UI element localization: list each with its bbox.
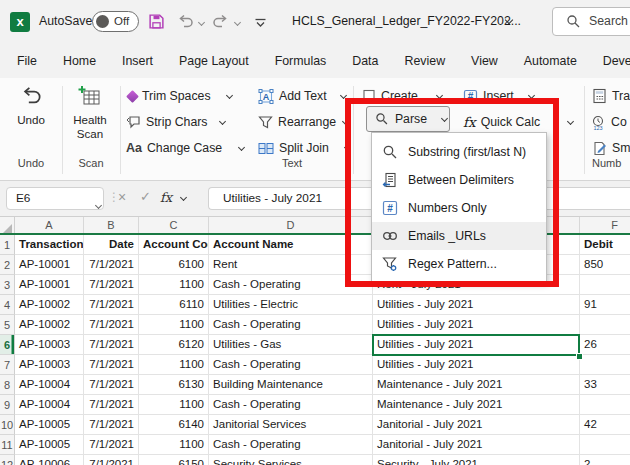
cell-C7[interactable]: 1100	[139, 355, 209, 375]
change-case-chevron-icon[interactable]	[238, 144, 246, 152]
cell-B5[interactable]: 7/1/2021	[84, 315, 139, 335]
cell-F9[interactable]	[580, 395, 630, 415]
tab-data[interactable]: Data	[339, 44, 391, 78]
undo-button[interactable]: Undo	[6, 84, 56, 127]
cell-B1[interactable]: Date	[84, 235, 139, 255]
row-header-6[interactable]: 6	[0, 335, 15, 355]
cell-B9[interactable]: 7/1/2021	[84, 395, 139, 415]
insert-chevron-icon[interactable]	[528, 92, 536, 100]
cell-A6[interactable]: AP-10003	[15, 335, 84, 355]
cell-F10[interactable]: 42	[580, 415, 630, 435]
autosave-toggle[interactable]: Off	[92, 11, 139, 32]
cell-F3[interactable]	[580, 275, 630, 295]
cell-E6[interactable]: Utilities - July 2021	[373, 335, 580, 355]
cell-C8[interactable]: 6130	[139, 375, 209, 395]
cell-A11[interactable]: AP-10005	[15, 435, 84, 455]
cell-C6[interactable]: 6120	[139, 335, 209, 355]
split-join-chevron-icon[interactable]	[344, 144, 352, 152]
cell-F12[interactable]: 2	[580, 455, 630, 465]
cell-B8[interactable]: 7/1/2021	[84, 375, 139, 395]
cell-C10[interactable]: 6140	[139, 415, 209, 435]
name-box-chevron-icon[interactable]	[95, 202, 103, 210]
tab-view[interactable]: View	[458, 44, 511, 78]
cell-D10[interactable]: Janitorial Services	[209, 415, 373, 435]
row-header-1[interactable]: 1	[0, 235, 15, 255]
smart-button[interactable]: Sm	[592, 137, 630, 159]
cell-E9[interactable]: Maintenance - July 2021	[373, 395, 580, 415]
trim-spaces-button[interactable]: Trim Spaces	[128, 85, 211, 107]
menu-item-between-delimiters[interactable]: Between Delimiters	[372, 166, 546, 194]
enter-icon[interactable]: ✓	[140, 189, 151, 204]
quick-calc-button[interactable]: fx Quick Calc	[463, 111, 540, 133]
redo-chevron-icon[interactable]	[234, 20, 241, 27]
cell-E4[interactable]: Utilities - July 2021	[373, 295, 580, 315]
cell-E5[interactable]: Utilities - July 2021	[373, 315, 580, 335]
cell-D5[interactable]: Cash - Operating	[209, 315, 373, 335]
health-scan-button[interactable]: Health Scan	[63, 84, 117, 141]
cell-E8[interactable]: Maintenance - July 2021	[373, 375, 580, 395]
row-header-8[interactable]: 8	[0, 375, 15, 395]
qat-overflow-icon[interactable]	[254, 15, 267, 33]
cell-C3[interactable]: 1100	[139, 275, 209, 295]
strip-chars-chevron-icon[interactable]	[219, 118, 227, 126]
save-icon[interactable]	[148, 13, 165, 34]
cell-A9[interactable]: AP-10004	[15, 395, 84, 415]
rearrange-chevron-icon[interactable]	[342, 118, 350, 126]
name-box[interactable]: E6	[6, 187, 104, 210]
cell-D11[interactable]: Cash - Operating	[209, 435, 373, 455]
convert-button[interactable]: 123 Co	[590, 111, 627, 133]
cell-A12[interactable]: AP-10006	[15, 455, 84, 465]
tab-automate[interactable]: Automate	[511, 44, 590, 78]
cell-F11[interactable]	[580, 435, 630, 455]
cell-A10[interactable]: AP-10005	[15, 415, 84, 435]
cell-C11[interactable]: 1100	[139, 435, 209, 455]
parse-chevron-icon[interactable]	[441, 115, 449, 123]
cell-C9[interactable]: 1100	[139, 395, 209, 415]
fill-handle[interactable]	[576, 353, 583, 360]
menu-item-substring[interactable]: Substring (first/last N)	[372, 138, 546, 166]
tab-home[interactable]: Home	[50, 44, 109, 78]
quick-calc-chevron-icon[interactable]	[567, 118, 575, 126]
cell-B4[interactable]: 7/1/2021	[84, 295, 139, 315]
row-header-3[interactable]: 3	[0, 275, 15, 295]
cell-C5[interactable]: 1100	[139, 315, 209, 335]
undo-chevron-icon[interactable]	[198, 20, 205, 27]
cell-E12[interactable]: Security - July 2021	[373, 455, 580, 465]
add-text-button[interactable]: A Add Text	[258, 85, 327, 107]
cell-E11[interactable]: Janitorial - July 2021	[373, 435, 580, 455]
cell-F7[interactable]	[580, 355, 630, 375]
row-header-11[interactable]: 11	[0, 435, 15, 455]
cell-D2[interactable]: Rent	[209, 255, 373, 275]
title-chevron-icon[interactable]	[505, 17, 514, 26]
rearrange-button[interactable]: Rearrange	[258, 111, 336, 133]
cell-B12[interactable]: 7/1/2021	[84, 455, 139, 465]
cell-C2[interactable]: 6100	[139, 255, 209, 275]
tab-file[interactable]: File	[4, 44, 50, 78]
cell-D7[interactable]: Cash - Operating	[209, 355, 373, 375]
cell-A8[interactable]: AP-10004	[15, 375, 84, 395]
cell-A5[interactable]: AP-10002	[15, 315, 84, 335]
change-case-button[interactable]: Aa Change Case	[126, 137, 222, 159]
undo-icon[interactable]	[177, 14, 194, 33]
menu-item-numbers-only[interactable]: # Numbers Only	[372, 194, 546, 222]
cell-D1[interactable]: Account Name	[209, 235, 373, 255]
tab-insert[interactable]: Insert	[109, 44, 166, 78]
menu-item-emails-urls[interactable]: Emails _URLs	[372, 222, 546, 250]
cell-B6[interactable]: 7/1/2021	[84, 335, 139, 355]
cell-B7[interactable]: 7/1/2021	[84, 355, 139, 375]
cell-F4[interactable]: 91	[580, 295, 630, 315]
cell-A2[interactable]: AP-10001	[15, 255, 84, 275]
cell-F8[interactable]: 33	[580, 375, 630, 395]
row-header-7[interactable]: 7	[0, 355, 15, 375]
cell-A1[interactable]: Transaction ID	[15, 235, 84, 255]
split-join-button[interactable]: Split Join	[258, 137, 329, 159]
cell-A3[interactable]: AP-10001	[15, 275, 84, 295]
cell-A7[interactable]: AP-10003	[15, 355, 84, 375]
tab-review[interactable]: Review	[391, 44, 458, 78]
cell-F5[interactable]	[580, 315, 630, 335]
cell-C1[interactable]: Account Code	[139, 235, 209, 255]
insert-function-fx-icon[interactable]: fx	[160, 190, 172, 205]
row-header-12[interactable]: 12	[0, 455, 15, 465]
create-button[interactable]: Create	[362, 85, 418, 107]
trim-spaces-chevron-icon[interactable]	[226, 92, 234, 100]
